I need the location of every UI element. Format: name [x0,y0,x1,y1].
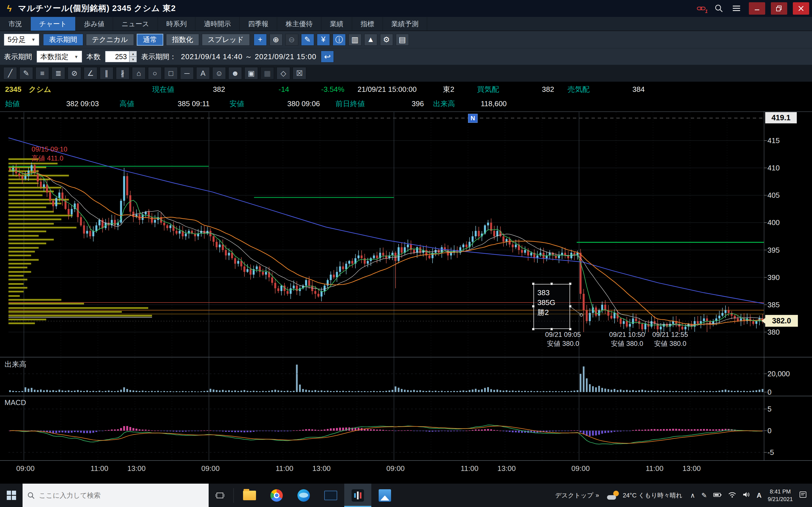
tab-forecast[interactable]: 業績予測 [383,17,427,31]
copy-tool-icon[interactable]: ▣ [245,67,258,79]
resize-handle[interactable] [550,283,553,285]
battery-icon[interactable] [713,492,722,499]
tab-market[interactable]: 市況 [0,17,31,31]
resize-handle[interactable] [532,328,535,330]
spread-button[interactable]: スプレッド [202,34,250,46]
tab-news[interactable]: ニュース [113,17,158,31]
windows-logo-icon [7,491,16,500]
hidden-icons-button[interactable]: ∧ [690,492,695,499]
news-marker[interactable]: N [468,114,477,123]
pen-icon[interactable]: ✎ [702,492,707,499]
count-up-button[interactable]: ▲ [130,51,137,57]
normal-button[interactable]: 通常 [137,34,163,46]
trend-line-icon[interactable]: ╱ [3,67,17,79]
link-icon[interactable]: 1 [695,3,708,14]
yen-scale-icon[interactable]: ¥ [317,34,330,46]
search-icon[interactable] [712,3,726,14]
display-period-button[interactable]: 表示期間 [43,34,83,46]
eraser-icon[interactable]: ◇ [276,67,290,79]
count-down-button[interactable]: ▼ [130,57,137,62]
h-line-icon[interactable]: ─ [180,67,194,79]
tabbar: 市況チャート歩み値ニュース時系列適時開示四季報株主優待業績指標業績予測 [0,17,812,31]
task-view-button[interactable] [209,484,231,507]
start-button[interactable] [0,484,22,507]
chart-style-icon[interactable]: ▥ [349,34,361,46]
reset-period-button[interactable]: ↩ [321,51,334,62]
tab-tick[interactable]: 歩み値 [75,17,113,31]
draw-pencil-icon[interactable]: ✎ [301,34,314,46]
chevron-down-icon: ▼ [74,54,79,59]
taskbar-clock[interactable]: 8:41 PM 9/21/2021 [768,488,793,503]
weather-widget[interactable]: 24°C くもり時々晴れ [607,491,682,500]
icon-stamp-2-icon[interactable]: ☻ [229,67,242,79]
h-levels-2-icon[interactable]: ≣ [52,67,65,79]
grid-tool-icon[interactable]: ▦ [260,67,274,79]
zoom-in-icon[interactable]: ⊕ [269,34,283,46]
svg-text:11:00: 11:00 [275,464,293,473]
ellipse-icon[interactable]: ○ [148,67,161,79]
tab-indicators[interactable]: 指標 [352,17,383,31]
h-levels-icon[interactable]: ≡ [36,67,49,79]
tab-results[interactable]: 業績 [321,17,352,31]
technical-button[interactable]: テクニカル [86,34,134,46]
angle-line-icon[interactable]: ∠ [84,67,97,79]
taskbar-photos[interactable] [371,484,398,507]
high-annotation-time: 09/15 09:10 [32,145,67,154]
desktop-toolbar[interactable]: デスクトップ » [555,491,599,500]
close-button[interactable] [793,2,809,15]
chart-note-box[interactable]: 383 385G 勝2 [534,284,570,329]
taskbar-trading-app[interactable] [344,484,371,507]
menu-icon[interactable] [730,3,743,14]
taskbar-separator [234,488,234,503]
pen-icon[interactable]: ✎ [19,67,33,79]
zoom-out-icon[interactable]: ⊖ [285,34,298,46]
tab-timeseries[interactable]: 時系列 [158,17,195,31]
low-annotation-2: 09/21 10:50 安値 380.0 [602,330,652,348]
chart-mode-buttons: 表示期間テクニカル通常指数化スプレッド [43,34,250,46]
search-input[interactable] [39,492,197,499]
tab-benefits[interactable]: 株主優待 [277,17,321,31]
action-center-icon[interactable] [799,491,807,500]
crosshair-add-icon[interactable]: + [254,34,267,46]
text-tool-icon[interactable]: A [196,67,210,79]
edge-icon [297,489,310,502]
taskbar-search[interactable] [22,484,209,507]
price-chart[interactable]: 41541040540039539038538020,000050-509:00… [0,112,812,476]
note-line: 383 [538,288,569,298]
resize-handle[interactable] [532,283,535,285]
v-lines-icon[interactable]: ∥ [100,67,113,79]
taskbar-monitor-app[interactable] [317,484,344,507]
wifi-icon[interactable] [728,492,737,499]
taskbar-right: デスクトップ » 24°C くもり時々晴れ ∧ ✎ A [555,488,812,503]
timeframe-select[interactable]: 5分足 ▼ [4,34,39,46]
low-annotation-1: 09/21 09:05 安値 380.0 [538,330,588,348]
count-mode-select[interactable]: 本数指定 ▼ [37,51,82,62]
resize-handle[interactable] [532,305,535,307]
resize-handle[interactable] [569,305,571,307]
rectangle-icon[interactable]: □ [164,67,177,79]
speaker-icon[interactable] [743,491,751,500]
low-label: 安値 [230,97,244,110]
print-icon[interactable]: ▤ [396,34,409,46]
indexed-button[interactable]: 指数化 [166,34,199,46]
svg-text:09:00: 09:00 [386,464,405,473]
resize-handle[interactable] [569,283,571,285]
tab-shikiho[interactable]: 四季報 [240,17,277,31]
restore-button[interactable] [771,2,787,15]
tab-disclosure[interactable]: 適時開示 [195,17,240,31]
area-chart-icon[interactable]: ▲ [364,34,377,46]
taskbar-file-explorer[interactable] [236,484,263,507]
fib-circle-icon[interactable]: ⊘ [68,67,81,79]
settings-wrench-icon[interactable]: ⚙ [380,34,393,46]
minimize-button[interactable] [749,2,765,15]
taskbar-edge[interactable] [290,484,317,507]
bar-count-input[interactable] [105,51,130,62]
polygon-icon[interactable]: ⌂ [132,67,146,79]
ime-indicator[interactable]: A [757,492,762,499]
icon-stamp-icon[interactable]: ☺ [212,67,226,79]
clear-all-icon[interactable]: ☒ [293,67,306,79]
tab-chart[interactable]: チャート [31,17,75,31]
info-icon[interactable]: ⓘ [333,34,346,46]
fan-lines-icon[interactable]: ∦ [116,67,130,79]
taskbar-chrome[interactable] [263,484,290,507]
